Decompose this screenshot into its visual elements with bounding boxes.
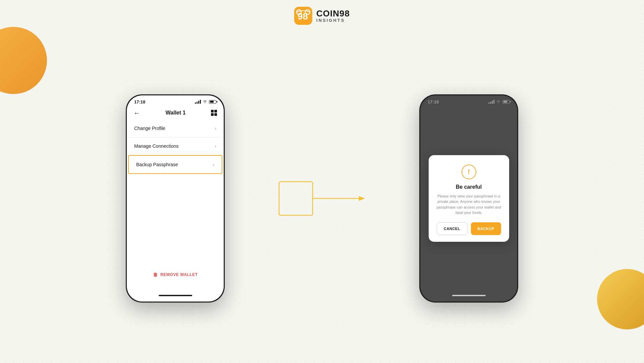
- logo-insights-label: INSIGHTS: [316, 18, 350, 23]
- remove-wallet-button[interactable]: 🗑 REMOVE WALLET: [127, 265, 224, 284]
- dialog-title: Be careful: [437, 184, 501, 190]
- cancel-button[interactable]: CANCEL: [437, 222, 468, 235]
- wifi-icon: [203, 100, 207, 103]
- phone1: 17:18: [126, 94, 225, 303]
- main-content: 17:18: [0, 34, 644, 363]
- signal-bars-icon: [195, 100, 201, 104]
- menu-item-backup-passphrase[interactable]: Backup Passphrase ›: [128, 155, 222, 174]
- backup-button[interactable]: BACKUP: [471, 222, 501, 235]
- menu-item-label: Change Profile: [134, 126, 165, 131]
- logo-text: COIN98 INSIGHTS: [316, 9, 350, 23]
- trash-icon: 🗑: [153, 272, 158, 277]
- phone1-inner: 17:18: [127, 95, 224, 302]
- home-indicator-2: [452, 295, 486, 296]
- menu-item-label: Backup Passphrase: [136, 162, 178, 167]
- dialog-box: ! Be careful Please only view your passp…: [429, 155, 509, 242]
- arrow-connector: [278, 162, 366, 235]
- menu-item-label: Manage Connections: [134, 143, 178, 149]
- phone2-inner: 17:18: [420, 95, 517, 302]
- phone1-status-icons: [195, 100, 216, 104]
- chevron-icon: ›: [213, 162, 214, 167]
- svg-rect-4: [279, 182, 313, 215]
- remove-wallet-label: REMOVE WALLET: [160, 272, 198, 277]
- menu-item-change-profile[interactable]: Change Profile ›: [127, 120, 224, 137]
- phone1-menu-list: Change Profile › Manage Connections › Ba…: [127, 120, 224, 302]
- warning-icon: !: [462, 165, 476, 179]
- phone1-time: 17:18: [134, 99, 145, 104]
- logo-coin-label: COIN98: [316, 9, 350, 18]
- phone1-nav-bar: ← Wallet 1: [127, 106, 224, 120]
- grid-icon[interactable]: [211, 110, 217, 116]
- home-indicator: [159, 295, 192, 296]
- menu-item-manage-connections[interactable]: Manage Connections ›: [127, 137, 224, 155]
- chevron-icon: ›: [215, 143, 216, 149]
- phone2: 17:18: [419, 94, 518, 303]
- coin98-logo-icon: 98: [294, 7, 312, 25]
- chevron-icon: ›: [215, 126, 216, 131]
- back-button[interactable]: ←: [133, 109, 140, 117]
- dialog-overlay: ! Be careful Please only view your passp…: [420, 95, 517, 302]
- dialog-buttons: CANCEL BACKUP: [437, 222, 501, 235]
- battery-icon: [209, 100, 216, 104]
- phone1-nav-title: Wallet 1: [166, 110, 186, 116]
- connector-arrow-svg: [278, 162, 366, 235]
- dialog-body: Please only view your passphrase in a pr…: [437, 193, 501, 216]
- svg-text:98: 98: [298, 11, 308, 21]
- svg-marker-6: [359, 196, 365, 201]
- phone1-status-bar: 17:18: [127, 95, 224, 106]
- header: 98 COIN98 INSIGHTS: [294, 7, 350, 25]
